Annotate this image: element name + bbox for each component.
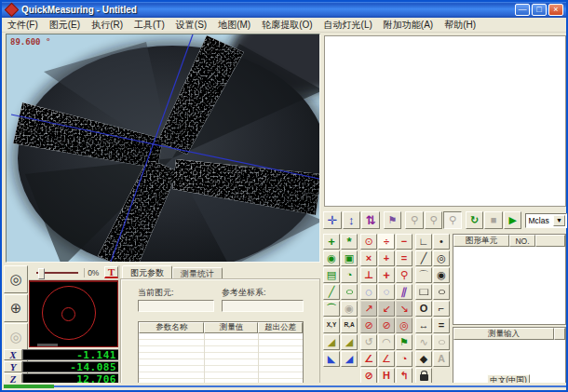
arc-gray-tool[interactable]: ◠: [378, 334, 395, 350]
minimize-button[interactable]: —: [515, 4, 530, 16]
corner-dim-tool[interactable]: ↰: [396, 368, 412, 384]
arc-quarter-tool[interactable]: ◔: [341, 267, 358, 283]
menu-element[interactable]: 图元(E): [44, 18, 86, 32]
arc-fit-tool[interactable]: ⌒: [323, 301, 340, 317]
parallel-black-tool[interactable]: =: [433, 318, 450, 333]
h-dim-tool[interactable]: H: [378, 368, 395, 384]
arc-tool[interactable]: ⌒: [415, 267, 432, 283]
dist-circle-line-tool[interactable]: ⊘: [378, 318, 395, 333]
menu-contour-extract[interactable]: 轮廓提取(O): [256, 18, 318, 32]
ellipse-dot-tool[interactable]: ◉: [433, 267, 450, 283]
ring-light-button-3[interactable]: ◎: [4, 323, 28, 351]
graphics-col-2[interactable]: [535, 235, 565, 247]
concentric-tool[interactable]: ◎: [396, 318, 412, 333]
menu-settings[interactable]: 设置(S): [170, 18, 212, 32]
combo-dropdown-icon[interactable]: ▼: [553, 215, 565, 226]
ring-light-button-1[interactable]: ◎: [4, 265, 28, 293]
center-point-tool[interactable]: +: [378, 250, 395, 266]
angle-triangle-tool-2[interactable]: ◢: [341, 351, 358, 367]
menu-help[interactable]: 帮助(H): [439, 18, 481, 32]
circle-gray-tool[interactable]: ◉: [341, 301, 358, 317]
play-button[interactable]: ▶: [504, 211, 522, 229]
graphics-col-1[interactable]: NO.: [509, 235, 535, 247]
diamond-tool[interactable]: ◆: [415, 351, 432, 367]
rotate-probe-tool[interactable]: ⚲: [396, 267, 412, 283]
dist-circle-circle-tool[interactable]: ⊘: [360, 318, 377, 333]
scan-circle-tool[interactable]: ◌: [360, 284, 377, 300]
dist-point-point-tool[interactable]: ↗: [360, 301, 377, 317]
plane-tool-2[interactable]: ◢: [341, 334, 358, 350]
menu-file[interactable]: 文件(F): [2, 18, 44, 32]
mode-combo[interactable]: Mclas▼: [525, 213, 566, 228]
perpendicular-tool[interactable]: ⊥: [360, 267, 377, 283]
stage-move-button[interactable]: ✛: [323, 211, 342, 229]
menu-map[interactable]: 地图(M): [212, 18, 256, 32]
graphics-col-0[interactable]: 图形单元: [453, 235, 509, 247]
ellipse-fit-tool[interactable]: ○: [341, 284, 358, 300]
circle-fit-tool[interactable]: ◉: [323, 250, 340, 266]
translate-tool[interactable]: +: [378, 267, 395, 283]
line-fit-tool[interactable]: ╱: [323, 284, 340, 300]
param-col-1[interactable]: 测量值: [204, 322, 258, 333]
parallel-lines-tool[interactable]: ∥: [396, 284, 412, 300]
coord-xy-tool[interactable]: X,Y: [323, 318, 340, 333]
lock-tool[interactable]: [415, 368, 432, 384]
zoom-out-button[interactable]: ⚲: [425, 211, 443, 229]
video-flag-button[interactable]: ⚑: [384, 211, 402, 229]
menu-addons[interactable]: 附加功能(A): [378, 18, 439, 32]
light-t-button[interactable]: T: [104, 266, 118, 278]
close-button[interactable]: ×: [548, 4, 563, 16]
menu-run[interactable]: 执行(R): [86, 18, 128, 32]
flag-marker-tool[interactable]: ⚑: [396, 334, 412, 350]
divide-tool[interactable]: ÷: [378, 234, 395, 250]
scan-circle-small-tool[interactable]: ◌: [378, 284, 395, 300]
point-plus-tool[interactable]: +: [323, 234, 340, 250]
minus-tool[interactable]: −: [396, 234, 412, 250]
zoom-in-button[interactable]: ⚲: [443, 211, 462, 229]
letter-a-tool[interactable]: A: [433, 351, 450, 367]
parallel-red-tool[interactable]: =: [396, 250, 412, 266]
ellipse-tool[interactable]: ○: [433, 284, 450, 300]
wave-gray-tool[interactable]: ∿: [415, 334, 432, 350]
light-slider-thumb[interactable]: [38, 268, 45, 279]
dist-line-line-tool[interactable]: ↘: [396, 301, 412, 317]
stage-z-button[interactable]: ↕: [343, 211, 361, 229]
diameter-dim-tool[interactable]: ⊘: [360, 368, 377, 384]
light-slider[interactable]: [36, 272, 78, 274]
angle-triangle-tool-1[interactable]: ◣: [323, 351, 340, 367]
current-element-field[interactable]: [138, 300, 214, 312]
rect-fit-tool[interactable]: ▣: [341, 250, 358, 266]
cad-workspace[interactable]: [324, 35, 566, 207]
param-col-2[interactable]: 超出公差: [258, 322, 303, 333]
image-capture-tool[interactable]: ▤: [323, 267, 340, 283]
ring-light-button-2[interactable]: ⊕: [4, 294, 28, 322]
menu-tools[interactable]: 工具(T): [128, 18, 170, 32]
ring-tool[interactable]: O: [415, 301, 432, 317]
perp-foot-tool[interactable]: ∟: [415, 234, 432, 250]
circle-quadrant-tool[interactable]: ◔: [396, 351, 412, 367]
stop-button[interactable]: ■: [484, 211, 503, 229]
angle-line-x-tool[interactable]: ∠: [378, 351, 395, 367]
point-star-tool[interactable]: *: [341, 234, 358, 250]
coord-ra-tool[interactable]: R,A: [341, 318, 358, 333]
tab-element-params[interactable]: 图元参数: [122, 265, 172, 279]
zoom-tool-button[interactable]: ⚲: [405, 211, 424, 229]
camera-image-view[interactable]: 89.600 °: [6, 34, 320, 263]
param-col-0[interactable]: 参数名称: [139, 322, 204, 333]
graphics-list[interactable]: 图形单元NO.: [453, 234, 566, 325]
rect-tool[interactable]: □: [415, 284, 432, 300]
angle-line-line-tool[interactable]: ∠: [360, 351, 377, 367]
menu-auto-light[interactable]: 自动灯光(L): [318, 18, 378, 32]
delete-x-tool[interactable]: ×: [360, 250, 377, 266]
joystick-button[interactable]: ⇅: [361, 211, 380, 229]
angle-foot-tool[interactable]: ⌐: [433, 301, 450, 317]
point-tool[interactable]: •: [433, 234, 450, 250]
small-circle-tool[interactable]: ◎: [433, 250, 450, 266]
blob-gray-tool[interactable]: ○: [433, 334, 450, 350]
loop-run-button[interactable]: ↻: [466, 211, 484, 229]
maximize-button[interactable]: □: [532, 4, 547, 16]
line-tool[interactable]: ╱: [415, 250, 432, 266]
undo-arc-tool[interactable]: ↺: [360, 334, 377, 350]
circle-point-tool[interactable]: ⊙: [360, 234, 377, 250]
dist-point-line-tool[interactable]: ↙: [378, 301, 395, 317]
